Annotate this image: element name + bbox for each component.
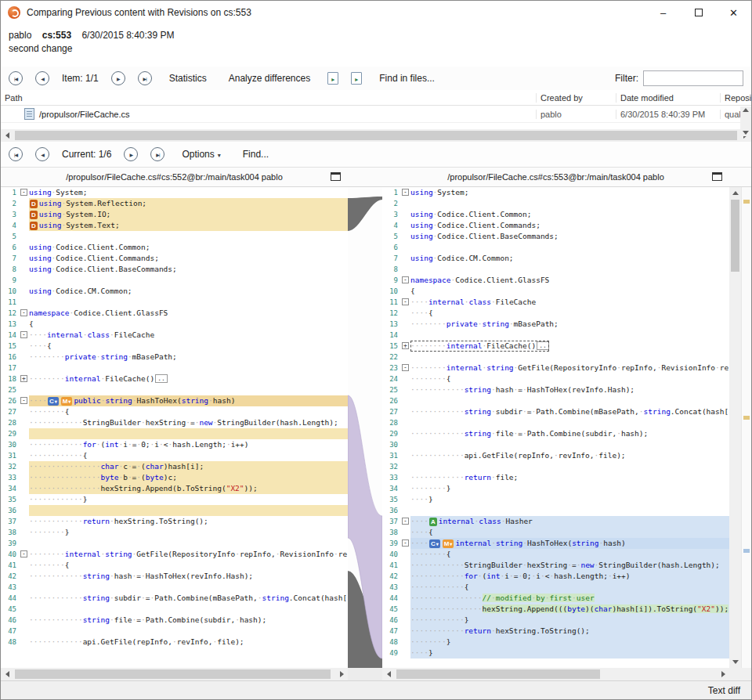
scrollbar-thumb[interactable] [15,669,331,679]
code-line[interactable]: 10using·Codice.CM.Common; [1,286,348,297]
code-line[interactable]: 36 [382,505,729,516]
code-line[interactable]: 38········} [1,527,348,538]
export-revision-right-icon[interactable]: ▸ [351,72,362,85]
column-header-date-modified[interactable]: Date modified [616,93,720,103]
code-line[interactable]: 39 [1,538,348,549]
code-line[interactable]: 17 [1,363,348,373]
code-line[interactable]: 37-····Ainternal·class·Hasher [382,516,729,527]
code-line[interactable]: 2Dusing·System.Reflection; [1,198,348,209]
fold-collapse-icon[interactable]: - [20,331,27,338]
maximize-pane-icon[interactable] [331,172,341,181]
file-list-horizontal-scrollbar[interactable] [1,129,751,142]
code-line[interactable]: 35············} [1,494,348,505]
code-line[interactable]: 14 [382,330,729,341]
code-line[interactable]: 11-····internal·class·FileCache [382,297,729,308]
column-header-repository[interactable]: Repository [720,93,751,103]
code-line[interactable]: 49····} [382,648,729,659]
code-line[interactable]: 5 [1,231,348,242]
diff-badge-c[interactable]: C▾ [429,539,440,548]
code-line[interactable]: 30 [382,439,729,450]
code-line[interactable]: 34················hexString.Append(b.ToS… [1,483,348,494]
code-line[interactable]: 33················byte·b·=·(byte)c; [1,472,348,483]
code-line[interactable]: 30············for·(int·i·=·0;·i·<·hash.L… [1,439,348,450]
fold-collapse-icon[interactable]: - [402,364,409,371]
last-diff-button[interactable]: ▶| [150,147,164,161]
analyze-differences-button[interactable]: Analyze differences [224,70,316,86]
code-line[interactable]: 6 [382,242,729,253]
code-line[interactable]: 41············StringBuilder·hexString·=·… [382,560,729,571]
diff-badge-m[interactable]: M▾ [443,539,454,548]
code-line[interactable]: 28 [382,417,729,428]
code-line[interactable]: 12····{ [382,308,729,319]
code-line[interactable]: 31············{ [1,450,348,461]
next-diff-button[interactable]: ▶ [124,147,138,161]
fold-collapse-icon[interactable]: - [402,276,409,283]
scroll-right-icon[interactable] [335,668,348,680]
code-line[interactable]: 43 [1,582,348,593]
code-line[interactable]: 26-····C▾M▾public·string·HashToHex(strin… [1,395,348,406]
code-line[interactable]: 8 [382,264,729,275]
code-line[interactable]: 7using·Codice.CM.Common; [382,253,729,264]
first-diff-button[interactable]: |◀ [9,147,23,161]
fold-expand-icon[interactable]: + [20,375,27,382]
scrollbar-thumb[interactable] [731,200,739,272]
code-line[interactable]: 28············StringBuilder·hexString·=·… [1,417,348,428]
code-line[interactable]: 4using·Codice.Client.Commands; [382,220,729,231]
code-line[interactable]: 24········{ [382,373,729,384]
code-line[interactable]: 40········{ [382,549,729,560]
code-line[interactable]: 39-····C▾M▾internal·string·HashToHex(str… [382,538,729,549]
fold-collapse-icon[interactable]: - [402,189,409,196]
scroll-up-icon[interactable] [743,108,749,112]
fold-collapse-icon[interactable]: - [20,189,27,196]
filter-input[interactable] [643,70,743,86]
code-line[interactable]: 47············return·hexString.ToString(… [382,626,729,637]
code-line[interactable]: 3Dusing·System.IO; [1,209,348,220]
scroll-right-icon[interactable] [717,668,729,680]
right-code-pane[interactable]: 1-using·System;23using·Codice.Client.Com… [382,187,729,668]
maximize-pane-icon[interactable] [712,172,722,181]
previous-item-button[interactable]: ◀ [35,71,49,85]
code-line[interactable]: 45 [1,604,348,615]
code-line[interactable]: 44············string·subdir·=·Path.Combi… [1,593,348,604]
code-line[interactable]: 29············string·file·=·Path.Combine… [382,428,729,439]
previous-diff-button[interactable]: ◀ [35,147,49,161]
column-header-created-by[interactable]: Created by [536,93,616,103]
code-line[interactable]: 15+········internal·FileCache().. [382,341,729,352]
scroll-left-icon[interactable] [1,668,13,680]
code-line[interactable]: 22 [382,352,729,363]
code-line[interactable]: 37············return·hexString.ToString(… [1,516,348,527]
next-item-button[interactable]: ▶ [111,71,125,85]
code-line[interactable]: 32 [382,461,729,472]
code-line[interactable]: 7using·Codice.Client.Commands; [1,253,348,264]
code-line[interactable]: 44················//·modified·by·first·u… [382,593,729,604]
code-line[interactable]: 11 [1,297,348,308]
minimize-button[interactable]: – [645,1,681,24]
code-line[interactable]: 42············string·hash·=·HashToHex(re… [1,571,348,582]
left-code-pane[interactable]: 1-using·System;2Dusing·System.Reflection… [1,187,348,668]
code-line[interactable]: 35····} [382,494,729,505]
code-line[interactable]: 1-using·System; [1,187,348,198]
right-pane-vertical-scrollbar[interactable] [729,187,741,668]
code-line[interactable]: 29 [1,428,348,439]
code-line[interactable]: 2 [382,198,729,209]
code-line[interactable]: 27············string·subdir·=·Path.Combi… [382,406,729,417]
code-line[interactable]: 18+········internal·FileCache().. [1,373,348,384]
find-button[interactable]: Find... [238,146,273,162]
code-line[interactable]: 13········private·string·mBasePath; [382,319,729,330]
scroll-up-icon[interactable] [729,187,741,199]
code-line[interactable]: 25············string·hash·=·HashToHex(re… [382,384,729,395]
code-line[interactable]: 41········{ [1,560,348,571]
code-line[interactable]: 26 [382,395,729,406]
scrollbar-track[interactable] [13,129,739,142]
fold-collapse-icon[interactable]: - [402,518,409,525]
find-in-files-button[interactable]: Find in files... [374,70,439,86]
code-line[interactable]: 15····{ [1,341,348,352]
code-line[interactable]: 38····{ [382,527,729,538]
overview-diff-mark[interactable] [743,549,750,553]
fold-collapse-icon[interactable]: - [20,397,27,404]
diff-badge-d[interactable]: D [30,211,38,219]
code-line[interactable]: 5using·Codice.Client.BaseCommands; [382,231,729,242]
scroll-down-icon[interactable] [743,131,749,135]
code-line[interactable]: 40-········internal·string·GetFile(Repos… [1,549,348,560]
fold-collapse-icon[interactable]: - [402,298,409,305]
